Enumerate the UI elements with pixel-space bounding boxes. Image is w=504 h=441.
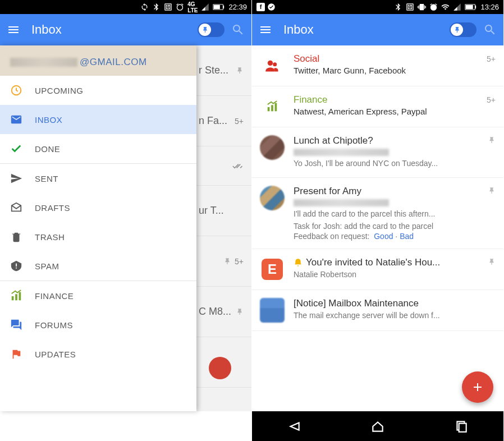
- drawer-item-label: DRAFTS: [35, 203, 70, 213]
- status-bar: f 13:26: [252, 0, 503, 14]
- alarm-icon: [429, 3, 438, 11]
- message-title: You're invited to Natalie's Hou...: [294, 257, 479, 268]
- drawer-item-label: SENT: [35, 174, 58, 183]
- message-row[interactable]: Present for AmyI'll add the card to the …: [252, 178, 503, 250]
- message-body: Present for AmyI'll add the card to the …: [294, 186, 479, 241]
- pin-toggle[interactable]: [198, 22, 224, 37]
- message-meta: 5+: [487, 94, 496, 119]
- drawer-item-label: TRASH: [35, 232, 65, 242]
- svg-rect-17: [275, 103, 277, 112]
- feedback-line: Feedback on request: Good · Bad: [294, 232, 479, 241]
- pin-icon: [201, 26, 209, 34]
- message-row[interactable]: SocialTwitter, Marc Gunn, Facebook5+: [252, 45, 503, 86]
- pin-toggle[interactable]: [450, 22, 476, 37]
- message-meta: [488, 135, 496, 169]
- wifi-icon: [441, 3, 450, 11]
- inbox-list[interactable]: SocialTwitter, Marc Gunn, Facebook5+Fina…: [252, 45, 503, 411]
- svg-rect-16: [271, 105, 273, 111]
- avatar: [260, 94, 285, 119]
- avatar: [260, 186, 285, 210]
- back-icon[interactable]: [287, 419, 301, 434]
- menu-icon[interactable]: [259, 23, 272, 36]
- phone-left: 4GLTE 22:39 Inbox r Ste... n Fa...5+ ur …: [0, 0, 252, 441]
- nav-drawer: @GMAIL.COM UPCOMINGINBOXDONESENTDRAFTSTR…: [0, 45, 196, 411]
- drawer-item-inbox[interactable]: INBOX: [0, 105, 196, 134]
- drawer-item-label: UPCOMING: [35, 86, 84, 95]
- search-icon[interactable]: [483, 23, 497, 36]
- message-title: Present for Amy: [294, 186, 479, 197]
- compose-fab[interactable]: [462, 371, 493, 403]
- drawer-item-finance[interactable]: FINANCE: [0, 281, 196, 310]
- recent-icon[interactable]: [454, 419, 469, 434]
- message-row[interactable]: [Notice] Mailbox MaintenanceThe mail exc…: [252, 290, 503, 331]
- message-body: Lunch at Chipotle?Yo Josh, I'll be aroun…: [294, 135, 479, 169]
- drawer-item-drafts[interactable]: DRAFTS: [0, 193, 196, 222]
- message-sender: Natalie Robertson: [294, 269, 479, 281]
- battery-icon: [213, 3, 225, 11]
- drawer-item-done[interactable]: DONE: [0, 134, 196, 163]
- drawer-item-label: SPAM: [35, 261, 59, 271]
- account-name-redacted: [10, 58, 77, 67]
- nfc-icon: [406, 3, 414, 11]
- status-bar: 4GLTE 22:39: [0, 0, 251, 14]
- svg-rect-15: [268, 107, 270, 111]
- svg-rect-2: [214, 5, 220, 9]
- message-title: Lunch at Chipotle?: [294, 135, 479, 146]
- message-preview: I'll add the card to the parcel this aft…: [294, 209, 479, 220]
- feedback-good[interactable]: Good: [374, 232, 393, 241]
- svg-rect-1: [223, 6, 224, 9]
- drawer-item-spam[interactable]: SPAM: [0, 251, 196, 281]
- message-meta: 5+: [487, 53, 496, 78]
- app-bar: Inbox: [252, 14, 503, 45]
- message-preview: The mail exchange server will be down f.…: [294, 310, 487, 321]
- message-body: SocialTwitter, Marc Gunn, Facebook: [294, 53, 478, 78]
- spam-icon: [10, 260, 22, 272]
- message-body: [Notice] Mailbox MaintenanceThe mail exc…: [294, 298, 487, 323]
- android-nav: [252, 411, 503, 441]
- message-row[interactable]: EYou're invited to Natalie's Hou...Natal…: [252, 249, 503, 290]
- phone-right: f 13:26 Inbox SocialTwitter, Marc Gunn, …: [252, 0, 504, 441]
- search-icon[interactable]: [231, 23, 245, 36]
- message-title: [Notice] Mailbox Maintenance: [294, 298, 487, 309]
- draft-icon: [10, 201, 22, 214]
- message-body: FinanceNatwest, American Express, Paypal: [294, 94, 478, 119]
- redacted-line: [294, 149, 389, 156]
- bundle-count: 5+: [487, 54, 496, 63]
- svg-rect-11: [475, 6, 476, 9]
- drawer-item-label: FINANCE: [35, 291, 74, 301]
- check-icon: [10, 143, 22, 155]
- plus-icon: [471, 380, 484, 394]
- message-row[interactable]: FinanceNatwest, American Express, Paypal…: [252, 86, 503, 127]
- drawer-item-forums[interactable]: FORUMS: [0, 310, 196, 339]
- drawer-item-sent[interactable]: SENT: [0, 164, 196, 193]
- message-senders: Natwest, American Express, Paypal: [294, 107, 478, 116]
- vibrate-icon: [418, 3, 426, 11]
- menu-icon[interactable]: [7, 23, 20, 36]
- inbox-peek: r Ste... n Fa...5+ ur T... 5+ C M8...: [196, 45, 251, 411]
- drawer-item-label: INBOX: [35, 115, 62, 125]
- message-row[interactable]: Lunch at Chipotle?Yo Josh, I'll be aroun…: [252, 127, 503, 178]
- drawer-account[interactable]: @GMAIL.COM: [0, 45, 196, 76]
- message-preview: Yo Josh, I'll be around NYC on Tuesday..…: [294, 158, 479, 169]
- message-meta: [488, 186, 496, 241]
- home-icon[interactable]: [370, 419, 385, 434]
- drawer-item-label: UPDATES: [35, 350, 76, 359]
- forums-icon: [10, 319, 22, 331]
- pin-icon: [236, 67, 244, 75]
- drawer-item-trash[interactable]: TRASH: [0, 222, 196, 251]
- drawer-item-upcoming[interactable]: UPCOMING: [0, 76, 196, 105]
- trash-icon: [10, 231, 22, 243]
- alarm-icon: [176, 3, 184, 11]
- finance-icon: [10, 290, 22, 302]
- status-time: 13:26: [480, 3, 499, 11]
- send-icon: [10, 172, 22, 185]
- drawer-item-updates[interactable]: UPDATES: [0, 339, 196, 369]
- message-senders: Twitter, Marc Gunn, Facebook: [294, 66, 478, 75]
- feedback-bad[interactable]: Bad: [400, 232, 414, 241]
- svg-point-13: [268, 61, 273, 66]
- status-time: 22:39: [228, 3, 247, 11]
- avatar: E: [260, 257, 285, 282]
- avatar: [260, 135, 285, 160]
- svg-rect-12: [466, 5, 473, 9]
- svg-rect-19: [459, 423, 466, 431]
